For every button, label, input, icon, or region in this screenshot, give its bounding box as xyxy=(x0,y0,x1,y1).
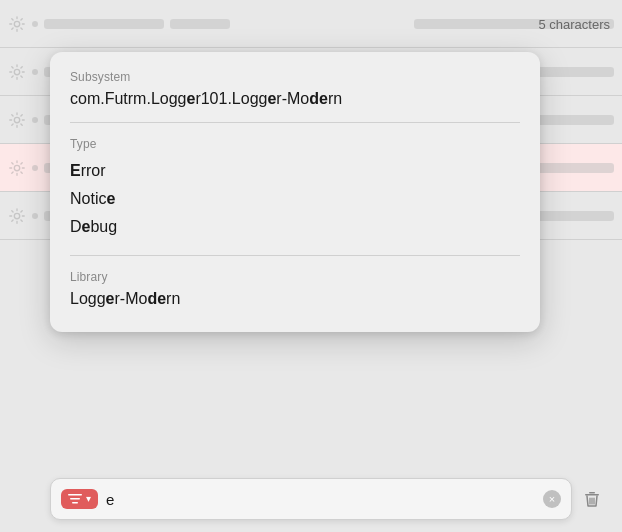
type-error-rest: rror xyxy=(81,162,106,179)
char-count: 5 characters xyxy=(538,17,622,32)
library-bold-e2: e xyxy=(157,290,166,307)
dot-5 xyxy=(32,213,38,219)
svg-point-4 xyxy=(14,213,19,218)
gear-icon-1 xyxy=(8,15,26,33)
type-list: Error Notice Debug xyxy=(70,157,520,241)
clear-button[interactable]: × xyxy=(543,490,561,508)
gear-icon-2 xyxy=(8,63,26,81)
search-bar: ▾ × xyxy=(50,478,572,520)
search-input[interactable] xyxy=(106,491,535,508)
library-bold-e1: e xyxy=(106,290,115,307)
library-value: Logger-Modern xyxy=(70,290,520,308)
dot-1 xyxy=(32,21,38,27)
dot-4 xyxy=(32,165,38,171)
type-notice[interactable]: Notice xyxy=(70,185,520,213)
bg-row-1 xyxy=(0,0,622,48)
subsystem-bold-e3: d xyxy=(309,90,319,107)
line-2 xyxy=(170,19,230,29)
subsystem-bold-e2: e xyxy=(267,90,276,107)
popup-card: Subsystem com.Futrm.Logger101.Logger-Mod… xyxy=(50,52,540,332)
library-label: Library xyxy=(70,270,520,284)
divider-2 xyxy=(70,255,520,256)
svg-rect-7 xyxy=(72,502,78,504)
filter-button[interactable]: ▾ xyxy=(61,489,98,509)
type-notice-start: Notic xyxy=(70,190,106,207)
type-label: Type xyxy=(70,137,520,151)
type-error-bold: E xyxy=(70,162,81,179)
svg-point-0 xyxy=(14,21,19,26)
type-debug[interactable]: Debug xyxy=(70,213,520,241)
subsystem-bold-e1: e xyxy=(186,90,195,107)
subsystem-bold-e4: e xyxy=(319,90,328,107)
gear-icon-3 xyxy=(8,111,26,129)
subsystem-label: Subsystem xyxy=(70,70,520,84)
dot-2 xyxy=(32,69,38,75)
type-notice-bold: e xyxy=(106,190,115,207)
trash-button[interactable] xyxy=(574,478,610,520)
divider-1 xyxy=(70,122,520,123)
trash-icon xyxy=(582,489,602,509)
library-bold-d: d xyxy=(147,290,157,307)
svg-rect-6 xyxy=(70,498,80,500)
gear-icon-5 xyxy=(8,207,26,225)
line-1 xyxy=(44,19,164,29)
svg-rect-5 xyxy=(68,494,82,496)
type-debug-d: D xyxy=(70,218,82,235)
svg-point-1 xyxy=(14,69,19,74)
dot-3 xyxy=(32,117,38,123)
type-debug-rest: bug xyxy=(90,218,117,235)
chevron-down-icon: ▾ xyxy=(86,494,91,504)
clear-icon: × xyxy=(549,493,555,505)
filter-icon xyxy=(68,492,82,506)
svg-rect-9 xyxy=(589,492,595,494)
subsystem-value: com.Futrm.Logger101.Logger-Modern xyxy=(70,90,520,108)
gear-icon-4 xyxy=(8,159,26,177)
svg-point-2 xyxy=(14,117,19,122)
type-error[interactable]: Error xyxy=(70,157,520,185)
svg-point-3 xyxy=(14,165,19,170)
